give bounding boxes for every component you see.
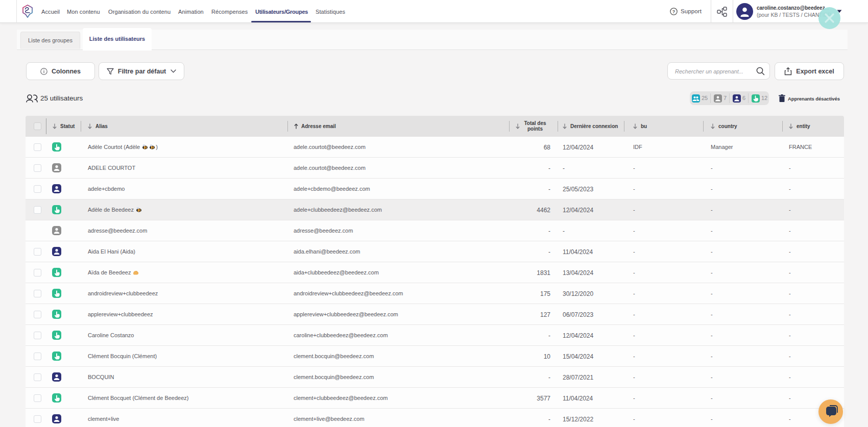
svg-text:?: ? — [672, 9, 676, 14]
